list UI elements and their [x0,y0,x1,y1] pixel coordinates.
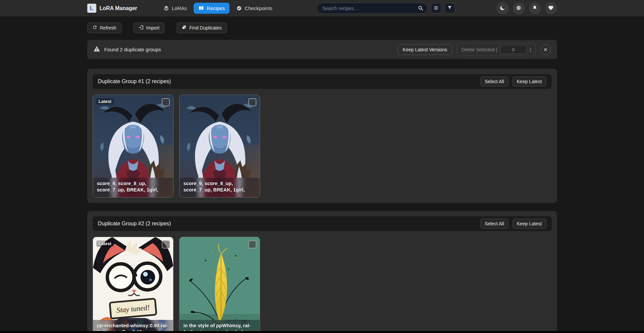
group-header: Duplicate Group #1 (2 recipes) Select Al… [93,74,552,89]
book-open-icon [198,5,204,11]
check-circle-icon [236,5,242,11]
group-title: Duplicate Group #1 (2 recipes) [98,78,171,85]
heart-icon [548,5,554,12]
group-header: Duplicate Group #2 (2 recipes) Select Al… [93,216,552,231]
main-content: Refresh Import Find Duplicates Found 2 d… [87,22,557,333]
search-settings-button[interactable] [431,3,441,13]
refresh-icon [92,25,97,31]
latest-badge: Latest [96,98,114,105]
nav-tab-label: Recipes [207,5,225,11]
app-title: LoRA Manager [100,5,137,11]
group-title: Duplicate Group #2 (2 recipes) [98,221,171,227]
recipe-card[interactable]: Latest score_9, score_8_up, score_7_up, … [93,95,174,198]
recipe-card[interactable]: Stay tuned! Latest pp-enchanted-whimsy:0… [93,237,174,333]
navbar: L LoRA Manager LoRAs Recipes C [0,0,644,16]
sliders-icon [434,5,439,11]
yellow-feather-art [180,237,260,333]
card-checkbox[interactable] [162,98,170,106]
import-label: Import [146,25,160,31]
search-group [317,3,455,14]
delete-selected-suffix: ) [530,47,531,52]
bell-icon [532,5,538,12]
layers-icon [163,5,169,11]
banner-message: Found 2 duplicate groups [104,47,161,52]
app-logo: L [87,4,96,13]
card-checkbox[interactable] [162,240,170,248]
duplicates-icon [182,25,187,31]
delete-selected-prefix: Delete Selected ( [461,47,497,52]
warning-icon [93,45,100,54]
banner-close-button[interactable]: × [540,44,551,55]
card-row: Stay tuned! Latest pp-enchanted-whimsy:0… [93,237,552,333]
recipe-card[interactable]: in the style of ppWhimsy, ral-frctlgmtry… [179,237,260,333]
card-caption: score_9, score_8_up, score_7_up, BREAK, … [180,178,260,197]
delete-count-input[interactable] [500,45,527,54]
filter-button[interactable] [445,3,455,13]
nav-tab-loras[interactable]: LoRAs [159,3,192,14]
navbar-icon-buttons [493,2,557,14]
cat-stay-tuned-art: Stay tuned! [93,237,173,333]
keep-latest-versions-button[interactable]: Keep Latest Versions [398,44,452,55]
search-icon[interactable] [418,5,424,12]
brand[interactable]: L LoRA Manager [87,4,137,13]
theme-toggle-button[interactable] [497,2,509,14]
notifications-button[interactable] [529,2,541,14]
refresh-label: Refresh [100,25,116,31]
toolbar: Refresh Import Find Duplicates [87,22,557,33]
find-duplicates-button[interactable]: Find Duplicates [177,22,227,33]
keep-latest-button[interactable]: Keep Latest [512,76,546,87]
settings-button[interactable] [513,2,525,14]
file-import-icon [139,25,144,31]
card-caption: score_9, score_8_up, score_7_up, BREAK, … [93,178,173,197]
nav-tab-label: Checkpoints [245,5,273,11]
nav-tab-label: LoRAs [172,5,187,11]
card-checkbox[interactable] [248,240,256,248]
import-button[interactable]: Import [134,22,165,33]
funnel-icon [447,5,452,11]
search-input[interactable] [317,3,428,14]
nav-tab-checkpoints[interactable]: Checkpoints [232,3,277,14]
refresh-button[interactable]: Refresh [87,22,121,33]
duplicates-banner: Found 2 duplicate groups Keep Latest Ver… [87,40,557,59]
logo-letter: L [90,5,93,12]
delete-selected-button[interactable]: Delete Selected ( ) [457,43,535,56]
latest-badge: Latest [96,240,114,247]
find-duplicates-label: Find Duplicates [189,25,222,31]
card-row: Latest score_9, score_8_up, score_7_up, … [93,95,552,198]
window-bottom-edge [0,331,644,333]
support-button[interactable] [545,2,557,14]
nav-tab-recipes[interactable]: Recipes [194,3,230,14]
select-all-button[interactable]: Select All [480,219,508,229]
moon-icon [500,5,505,12]
select-all-button[interactable]: Select All [480,76,508,87]
recipe-card[interactable]: score_9, score_8_up, score_7_up, BREAK, … [179,95,260,198]
duplicate-group-panel-1: Duplicate Group #1 (2 recipes) Select Al… [87,69,557,203]
main-nav: LoRAs Recipes Checkpoints [159,3,277,14]
duplicate-group-panel-2: Duplicate Group #2 (2 recipes) Select Al… [87,211,557,333]
keep-latest-button[interactable]: Keep Latest [512,219,546,229]
card-checkbox[interactable] [248,98,256,106]
gear-icon [516,5,522,12]
